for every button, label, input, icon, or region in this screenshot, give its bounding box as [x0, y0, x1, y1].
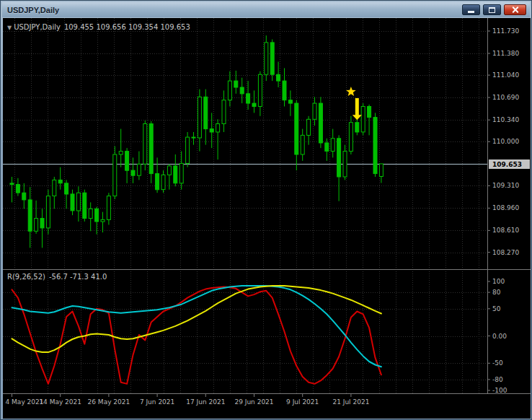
indicator-line-yellow: [12, 286, 381, 352]
candle-body: [10, 183, 14, 185]
candle-body: [283, 81, 286, 100]
time-axis-label: 17 Jun 2021: [186, 398, 225, 406]
indicator-axis-label: 80: [492, 289, 501, 296]
time-axis-label: 14 May 2021: [39, 398, 81, 406]
chart-canvas[interactable]: 111.730111.380111.040110.690110.340110.0…: [3, 18, 531, 419]
price-axis-label: 108.610: [492, 227, 519, 234]
candle-body: [16, 185, 19, 193]
candle-body: [325, 143, 329, 152]
candle-body: [186, 137, 190, 163]
indicator-axis-label: 100: [492, 278, 505, 285]
price-axis-label: 111.730: [492, 27, 519, 35]
candle-body: [222, 100, 226, 124]
indicator-axis-label: 0.00: [492, 333, 507, 340]
candle-body: [40, 219, 44, 228]
chart-client-area: 111.730111.380111.040110.690110.340110.0…: [3, 18, 531, 419]
candle-body: [53, 180, 56, 196]
candle-body: [252, 103, 256, 106]
maximize-icon: [489, 7, 495, 13]
close-icon: [511, 6, 519, 14]
candle-body: [313, 103, 316, 119]
indicator-axis-label: 50: [492, 305, 501, 312]
candle-body: [277, 74, 280, 81]
candle-body: [234, 81, 238, 87]
candle-body: [240, 87, 244, 94]
candle-body: [337, 139, 341, 177]
candle-body: [198, 97, 201, 138]
time-axis-label: 26 May 2021: [88, 398, 130, 406]
candle-body: [119, 152, 123, 154]
candle-body: [361, 107, 365, 132]
candle-body: [83, 193, 87, 218]
price-axis-label: 110.690: [492, 94, 519, 101]
candle-body: [156, 174, 159, 190]
minimize-icon: [468, 11, 474, 13]
oscillator-lines: [12, 286, 381, 384]
bid-price-tag-text: 109.653: [492, 161, 522, 168]
candle-body: [107, 196, 110, 220]
close-button[interactable]: [504, 4, 526, 15]
candle-body: [295, 103, 298, 154]
candle-body: [149, 124, 153, 174]
indicator-axis-label: -100: [492, 387, 507, 394]
candle-body: [192, 137, 195, 138]
indicator-line-red: [12, 287, 381, 384]
candle-body: [35, 219, 38, 232]
candle-body: [174, 166, 177, 183]
candle-body: [28, 200, 32, 231]
mt4-chart-window: USDJPY,Daily 111.730111.380111.040110.69…: [0, 0, 532, 420]
candle-body: [71, 194, 74, 211]
candle-body: [265, 43, 268, 74]
candle-body: [349, 123, 353, 152]
candle-body: [125, 152, 129, 171]
time-axis[interactable]: 4 May 202114 May 202126 May 20217 Jun 20…: [6, 394, 370, 406]
collapse-pane-icon[interactable]: ▼: [7, 25, 12, 31]
time-axis-label: 9 Jul 2021: [286, 398, 319, 406]
minimize-button[interactable]: [462, 4, 480, 15]
price-axis-label: 111.040: [492, 71, 519, 79]
price-axis[interactable]: 111.730111.380111.040110.690110.340110.0…: [488, 27, 519, 394]
candle-body: [113, 154, 117, 196]
candle-body: [307, 119, 311, 135]
candle-body: [210, 129, 213, 132]
down-arrow-marker-icon: [353, 98, 362, 120]
indicator-axis-label: -80: [492, 376, 503, 383]
candle-body: [22, 193, 26, 200]
candle-body: [355, 123, 359, 132]
candle-body: [228, 81, 231, 100]
candle-body: [95, 209, 99, 222]
price-axis-label: 110.000: [492, 138, 519, 145]
candle-body: [288, 100, 292, 103]
time-axis-label: 21 Jul 2021: [332, 398, 369, 406]
candle-body: [204, 97, 208, 128]
candle-body: [379, 164, 383, 177]
window-title: USDJPY,Daily: [7, 6, 59, 14]
candle-body: [131, 170, 135, 175]
window-titlebar[interactable]: USDJPY,Daily: [2, 2, 530, 17]
price-axis-label: 110.340: [492, 116, 519, 123]
maximize-button[interactable]: [483, 4, 501, 15]
candle-body: [137, 164, 141, 175]
candle-body: [46, 196, 50, 228]
candle-body: [331, 139, 334, 152]
window-controls: [462, 4, 526, 15]
candle-body: [167, 166, 171, 175]
candle-body: [216, 124, 220, 133]
candle-body: [76, 193, 80, 211]
candle-body: [161, 175, 165, 189]
candle-body: [343, 152, 347, 177]
time-axis-label: 7 Jun 2021: [140, 398, 174, 406]
candle-body: [373, 118, 377, 174]
price-axis-label: 111.380: [492, 50, 519, 57]
candle-body: [101, 219, 105, 222]
price-axis-label: 109.310: [492, 182, 519, 189]
grid: [3, 18, 487, 393]
indicator-axis-label: -50: [492, 359, 503, 367]
candle-body: [319, 103, 322, 143]
time-axis-label: 29 Jun 2021: [234, 398, 273, 406]
candle-body: [258, 74, 262, 106]
candle-body: [301, 135, 304, 154]
candle-body: [58, 180, 62, 183]
candle-body: [270, 43, 274, 74]
candle-body: [179, 163, 183, 183]
